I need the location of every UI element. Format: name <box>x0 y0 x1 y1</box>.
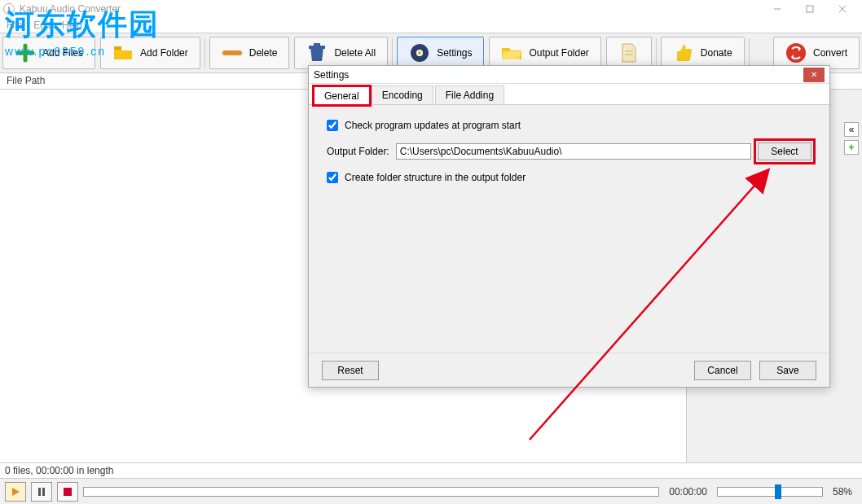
tab-file-adding[interactable]: File Adding <box>435 85 504 104</box>
dialog-title: Settings <box>314 69 349 81</box>
volume-percent: 58% <box>828 486 857 497</box>
output-folder-button[interactable]: Output Folder <box>489 37 600 69</box>
convert-icon <box>785 42 807 64</box>
menu-file[interactable]: File <box>7 20 22 31</box>
dialog-body: Check program updates at program start O… <box>309 105 829 198</box>
svg-rect-14 <box>38 488 41 496</box>
save-label: Save <box>776 365 798 376</box>
menu-bar: File Edit Help <box>0 18 862 33</box>
add-files-button[interactable]: Add Files <box>2 37 95 69</box>
minus-icon <box>222 42 243 64</box>
minimize-button[interactable] <box>761 0 794 18</box>
delete-label: Delete <box>249 47 278 59</box>
volume-slider[interactable] <box>717 487 823 497</box>
dialog-footer: Reset Cancel Save <box>309 353 829 387</box>
tab-fileadding-label: File Adding <box>446 90 494 101</box>
check-updates-label: Check program updates at program start <box>345 120 521 131</box>
folder-open-icon <box>501 42 522 64</box>
reset-label: Reset <box>337 365 363 376</box>
status-text: 0 files, 00:00:00 in length <box>5 465 113 476</box>
plus-icon <box>15 42 36 64</box>
cancel-label: Cancel <box>707 365 737 376</box>
delete-button[interactable]: Delete <box>209 37 290 69</box>
player-bar: 00:00:00 58% <box>0 478 862 504</box>
create-structure-checkbox[interactable] <box>327 172 338 183</box>
dialog-tabs: General Encoding File Adding <box>309 84 829 105</box>
select-label: Select <box>771 146 798 157</box>
dialog-close-button[interactable]: ✕ <box>803 68 825 82</box>
output-folder-label: Output Folder: <box>327 146 389 157</box>
chevrons-icon: « <box>849 124 855 135</box>
window-titlebar: Kabuu Audio Converter <box>0 0 862 18</box>
tab-general[interactable]: General <box>314 86 370 105</box>
settings-button[interactable]: Settings <box>397 37 484 69</box>
status-bar: 0 files, 00:00:00 in length <box>0 462 862 478</box>
menu-help[interactable]: Help <box>62 20 82 31</box>
seek-track[interactable] <box>83 487 659 497</box>
plus-small-icon: + <box>848 142 854 153</box>
tab-encoding-label: Encoding <box>382 90 423 101</box>
separator <box>656 38 657 68</box>
column-filepath[interactable]: File Path <box>7 75 45 86</box>
delete-all-button[interactable]: Delete All <box>294 37 388 69</box>
app-icon <box>3 3 15 15</box>
add-folder-label: Add Folder <box>140 47 188 59</box>
add-folder-button[interactable]: Add Folder <box>100 37 200 69</box>
svg-point-10 <box>418 51 421 55</box>
dialog-titlebar: Settings ✕ <box>309 66 829 84</box>
play-button[interactable] <box>5 482 26 502</box>
svg-rect-15 <box>42 488 45 496</box>
separator <box>205 38 205 68</box>
tab-encoding[interactable]: Encoding <box>372 85 433 104</box>
output-folder-input[interactable] <box>396 143 751 160</box>
svg-rect-4 <box>114 46 121 50</box>
folder-icon <box>112 42 134 64</box>
select-folder-button[interactable]: Select <box>758 142 811 160</box>
add-panel-button[interactable]: + <box>844 140 859 155</box>
app-title: Kabuu Audio Converter <box>20 3 121 15</box>
trash-icon <box>306 42 328 64</box>
gear-icon <box>409 42 430 64</box>
add-files-label: Add Files <box>42 47 83 59</box>
svg-point-13 <box>786 43 806 63</box>
settings-dialog: Settings ✕ General Encoding File Adding … <box>308 65 830 388</box>
document-icon <box>618 42 640 64</box>
reset-button[interactable]: Reset <box>322 361 379 380</box>
convert-label: Convert <box>813 47 847 59</box>
cancel-button[interactable]: Cancel <box>694 361 751 380</box>
time-display: 00:00:00 <box>664 486 712 497</box>
delete-all-label: Delete All <box>334 47 376 59</box>
pause-button[interactable] <box>31 482 52 502</box>
svg-rect-1 <box>807 6 813 12</box>
stop-button[interactable] <box>57 482 78 502</box>
svg-rect-7 <box>314 43 320 46</box>
create-structure-label: Create folder structure in the output fo… <box>345 172 526 183</box>
menu-edit[interactable]: Edit <box>33 20 51 31</box>
convert-button[interactable]: Convert <box>773 37 860 69</box>
volume-thumb[interactable] <box>775 484 781 499</box>
collapse-panel-button[interactable]: « <box>844 122 859 137</box>
separator <box>749 38 750 68</box>
check-updates-checkbox[interactable] <box>327 120 338 131</box>
maximize-button[interactable] <box>794 0 826 18</box>
blank-button[interactable] <box>606 37 652 69</box>
tab-general-label: General <box>324 90 359 102</box>
separator <box>392 38 393 68</box>
donate-button[interactable]: Donate <box>661 37 745 69</box>
donate-label: Donate <box>701 47 732 59</box>
close-button[interactable] <box>826 0 859 18</box>
save-button[interactable]: Save <box>759 361 816 380</box>
settings-label: Settings <box>437 47 472 59</box>
svg-rect-16 <box>64 488 72 496</box>
thumbs-up-icon <box>673 42 694 64</box>
output-folder-label: Output Folder <box>529 47 588 59</box>
